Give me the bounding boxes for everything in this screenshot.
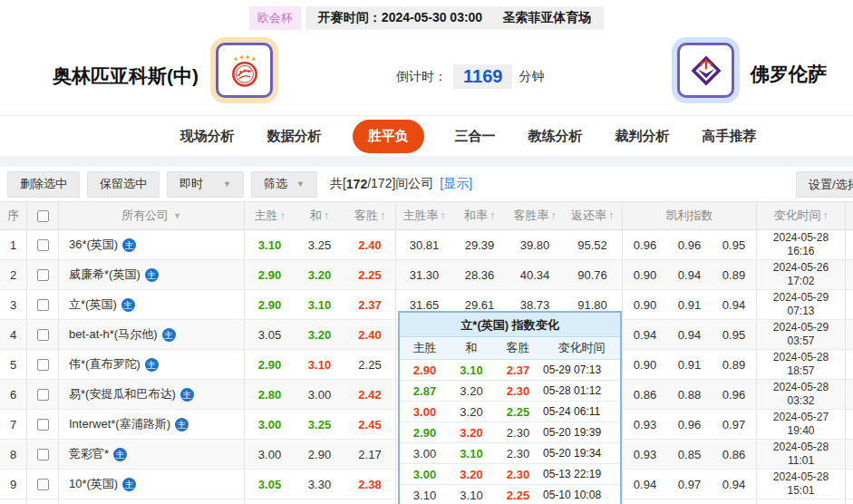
tab-expert-picks[interactable]: 高手推荐 — [701, 120, 759, 153]
odds-change-popup: 立*(英国) 指数变化 主胜 和 客胜 变化时间 2.903.102.3705-… — [398, 311, 622, 504]
popup-odds-draw: 3.20 — [450, 381, 493, 401]
keep-selected-button[interactable]: 保留选中 — [87, 171, 160, 198]
header-change-time[interactable]: 变化时间↑ — [757, 202, 846, 229]
company-name[interactable]: 威廉希*(英国) — [69, 267, 141, 283]
odds-away[interactable]: 2.25 — [344, 260, 396, 289]
chevron-down-icon: ▼ — [296, 179, 305, 189]
company-home-icon[interactable]: 主 — [121, 298, 135, 312]
delete-selected-button[interactable]: 删除选中 — [7, 171, 80, 198]
away-team-logo — [672, 37, 740, 103]
kelly-home: 0.90 — [623, 290, 667, 319]
odds-home[interactable]: 3.00 — [245, 440, 295, 469]
tab-live-analysis[interactable]: 现场分析 — [179, 120, 237, 153]
company-name[interactable]: 易*(安提瓜和巴布达) — [69, 386, 176, 402]
company-home-icon[interactable]: 主 — [145, 358, 159, 372]
odds-home[interactable]: 2.90 — [245, 350, 295, 379]
company-name[interactable]: Interwet*(塞浦路斯) — [69, 416, 170, 432]
tab-referee-analysis[interactable]: 裁判分析 — [614, 120, 672, 153]
odds-away[interactable]: 2.17 — [344, 440, 396, 469]
row-select-cell — [27, 320, 59, 349]
company-home-icon[interactable]: 主 — [145, 268, 159, 282]
company-home-icon[interactable]: 主 — [113, 448, 127, 461]
odds-home[interactable]: 3.05 — [245, 320, 295, 349]
odds-draw[interactable]: 3.20 — [295, 260, 344, 289]
odds-draw[interactable]: 3.20 — [295, 320, 344, 349]
tab-win-draw-loss[interactable]: 胜平负 — [353, 120, 424, 153]
odds-draw[interactable]: 2.90 — [295, 440, 344, 469]
odds-away[interactable]: 2.40 — [344, 230, 396, 259]
odds-home[interactable]: 3.05 — [245, 470, 295, 499]
popup-odds-home: 3.10 — [400, 485, 450, 504]
popup-odds-home: 3.00 — [400, 443, 450, 463]
table-row: 136*(英国)主3.103.252.4030.8129.3939.8095.5… — [0, 230, 853, 260]
company-name[interactable]: bet-at-h*(马尔他) — [69, 326, 158, 343]
header-home-rate[interactable]: 主胜率↑ — [396, 202, 452, 229]
odds-draw[interactable]: 3.30 — [295, 470, 344, 499]
header-away-odds[interactable]: 客胜↑ — [344, 202, 396, 229]
odds-draw[interactable]: 3.10 — [295, 350, 344, 379]
company-name[interactable]: 10*(英国) — [69, 476, 118, 492]
header-home-odds[interactable]: 主胜↑ — [245, 202, 295, 229]
settings-button[interactable]: 设置/选择 — [796, 171, 853, 198]
row-checkbox[interactable] — [37, 479, 49, 490]
odds-away[interactable]: 2.40 — [344, 320, 396, 349]
row-spacer — [846, 230, 853, 259]
odds-away[interactable]: 2.42 — [344, 380, 396, 409]
odds-away[interactable]: 2.45 — [344, 410, 396, 439]
row-checkbox[interactable] — [37, 359, 49, 371]
sort-asc-icon: ↑ — [608, 209, 614, 222]
odds-draw[interactable]: 3.00 — [295, 380, 344, 409]
row-select-cell — [27, 260, 59, 289]
odds-home[interactable]: 2.80 — [245, 380, 295, 409]
time-mode-dropdown[interactable]: 即时 ▼ — [167, 171, 244, 198]
row-checkbox[interactable] — [37, 449, 49, 460]
row-checkbox[interactable] — [37, 239, 49, 251]
odds-home[interactable]: 3.10 — [245, 230, 295, 259]
popup-odds-home: 2.90 — [400, 360, 450, 380]
popup-row: 2.903.202.3005-20 19:39 — [400, 422, 620, 443]
rate-away: 39.80 — [507, 230, 563, 259]
company-cell: 伟*(直布罗陀)主 — [59, 350, 245, 379]
tab-data-analysis[interactable]: 数据分析 — [266, 120, 324, 153]
header-draw-rate[interactable]: 和率↑ — [452, 202, 507, 229]
company-name[interactable]: 竞彩官* — [69, 446, 109, 462]
row-checkbox[interactable] — [37, 329, 49, 341]
company-home-icon[interactable]: 主 — [175, 418, 189, 431]
header-away-rate[interactable]: 客胜率↑ — [507, 202, 563, 229]
row-checkbox[interactable] — [37, 419, 49, 431]
odds-draw[interactable]: 3.25 — [295, 410, 344, 439]
row-checkbox[interactable] — [37, 299, 49, 311]
odds-away[interactable]: 2.38 — [344, 470, 396, 499]
match-info-bar: 欧会杯 开赛时间：2024-05-30 03:00 圣索菲亚体育场 — [0, 6, 853, 30]
company-count-rest: /172]间公司 — [367, 176, 433, 192]
odds-draw[interactable]: 3.10 — [295, 290, 344, 319]
row-index: 8 — [0, 440, 27, 469]
change-time: 2024-05-28 18:57 — [757, 350, 846, 379]
popup-row: 3.003.202.2505-24 06:11 — [400, 402, 620, 422]
company-home-icon[interactable]: 主 — [162, 328, 176, 342]
company-name[interactable]: 伟*(直布罗陀) — [69, 356, 141, 373]
select-all-checkbox[interactable] — [37, 210, 49, 222]
change-time: 2024-05-28 11:01 — [757, 440, 846, 469]
odds-away[interactable]: 2.37 — [344, 290, 396, 319]
odds-draw[interactable]: 3.25 — [295, 230, 344, 259]
company-home-icon[interactable]: 主 — [122, 478, 136, 491]
odds-home[interactable]: 3.00 — [245, 410, 295, 439]
row-checkbox[interactable] — [37, 389, 49, 401]
odds-home[interactable]: 2.90 — [245, 290, 295, 319]
company-name[interactable]: 36*(英国) — [69, 237, 118, 253]
odds-away[interactable]: 2.25 — [344, 350, 396, 379]
header-company[interactable]: 所有公司▼ — [59, 202, 245, 229]
show-link[interactable]: [显示] — [440, 176, 472, 192]
filter-dropdown[interactable]: 筛选 ▼ — [251, 171, 317, 198]
company-home-icon[interactable]: 主 — [180, 388, 194, 402]
company-name[interactable]: 立*(英国) — [69, 296, 117, 313]
tab-coach-analysis[interactable]: 教练分析 — [527, 120, 585, 153]
odds-home[interactable]: 2.90 — [245, 260, 295, 289]
tab-three-in-one[interactable]: 三合一 — [453, 120, 498, 153]
row-select-cell — [27, 290, 59, 319]
header-return-rate[interactable]: 返还率↑ — [563, 202, 623, 229]
row-checkbox[interactable] — [37, 269, 49, 281]
company-home-icon[interactable]: 主 — [122, 238, 136, 252]
header-draw-odds[interactable]: 和↑ — [295, 202, 344, 229]
